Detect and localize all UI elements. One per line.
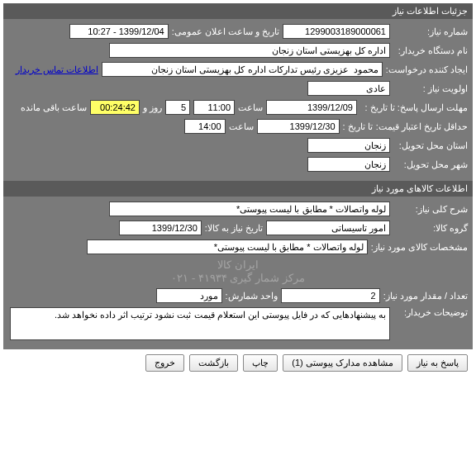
watermark-1: ایران کالا bbox=[217, 258, 259, 271]
reply-button[interactable]: پاسخ به نیاز bbox=[407, 354, 468, 372]
unit-field bbox=[156, 288, 222, 303]
contact-link[interactable]: اطلاعات تماس خریدار bbox=[16, 64, 98, 75]
back-button[interactable]: بازگشت bbox=[189, 354, 238, 372]
time-label-2: ساعت bbox=[229, 121, 254, 132]
item-spec-field bbox=[87, 239, 368, 254]
days-field bbox=[165, 100, 190, 115]
valid-date-field bbox=[257, 119, 340, 134]
creator-field bbox=[102, 62, 383, 77]
group-label: گروه کالا: bbox=[393, 223, 468, 234]
desc-field bbox=[109, 202, 390, 216]
deadline-time-field bbox=[193, 100, 235, 115]
group-field bbox=[266, 221, 390, 235]
min-valid-label: حداقل تاریخ اعتبار قیمت: bbox=[376, 121, 468, 132]
countdown-suffix: ساعت باقی مانده bbox=[21, 102, 87, 113]
need-info-header: جزئیات اطلاعات نیاز bbox=[3, 3, 473, 19]
delivery-city-label: شهر محل تحویل: bbox=[393, 159, 468, 170]
buyer-notes-field: به پیشنهادهایی که در فایل پیوستی این است… bbox=[10, 307, 390, 340]
watermark-2: مرکز شمار گیری ۴۱۹۳۴ - ۰۲۱ bbox=[171, 272, 304, 284]
need-info-body: شماره نیاز: تاریخ و ساعت اعلان عمومی: نا… bbox=[3, 19, 473, 181]
priority-field bbox=[307, 81, 390, 96]
announce-field bbox=[69, 24, 169, 39]
action-bar: پاسخ به نیاز مشاهده مدارک پیوستی (1) چاپ… bbox=[3, 349, 473, 377]
exit-button[interactable]: خروج bbox=[145, 354, 184, 372]
to-date-label: تا تاریخ : bbox=[343, 121, 373, 132]
need-no-label: شماره نیاز: bbox=[393, 26, 468, 37]
goods-info-body: شرح کلی نیاز: گروه کالا: تاریخ نیاز به ک… bbox=[3, 197, 473, 349]
need-no-field[interactable] bbox=[283, 24, 390, 39]
delivery-province-field bbox=[307, 138, 390, 153]
creator-label: ایجاد کننده درخواست: bbox=[386, 64, 468, 75]
need-by-field bbox=[119, 221, 202, 235]
buyer-notes-label: توضیحات خریدار: bbox=[393, 307, 468, 318]
item-spec-label: مشخصات کالای مورد نیاز: bbox=[371, 242, 468, 253]
delivery-province-label: استان محل تحویل: bbox=[393, 140, 468, 151]
desc-label: شرح کلی نیاز: bbox=[393, 204, 468, 215]
countdown-field bbox=[90, 100, 140, 115]
buyer-org-label: نام دستگاه خریدار: bbox=[393, 45, 468, 56]
deadline-date-field bbox=[266, 100, 357, 115]
unit-label: واحد شمارش: bbox=[226, 291, 278, 301]
deadline-label: مهلت ارسال پاسخ: تا تاریخ : bbox=[360, 102, 468, 113]
need-by-label: تاریخ نیاز به کالا: bbox=[205, 223, 263, 234]
announce-label: تاریخ و ساعت اعلان عمومی: bbox=[172, 26, 279, 37]
valid-time-field bbox=[184, 119, 226, 134]
buyer-org-field bbox=[109, 43, 390, 58]
priority-label: اولویت نیاز : bbox=[393, 83, 468, 94]
time-label-1: ساعت bbox=[238, 102, 263, 113]
qty-field bbox=[281, 288, 380, 303]
goods-info-header: اطلاعات کالاهای مورد نیاز bbox=[3, 181, 473, 197]
days-label: روز و bbox=[143, 102, 162, 113]
delivery-city-field bbox=[307, 157, 390, 172]
qty-label: تعداد / مقدار مورد نیاز: bbox=[383, 291, 468, 301]
attachments-button[interactable]: مشاهده مدارک پیوستی (1) bbox=[283, 354, 402, 372]
print-button[interactable]: چاپ bbox=[243, 354, 278, 372]
